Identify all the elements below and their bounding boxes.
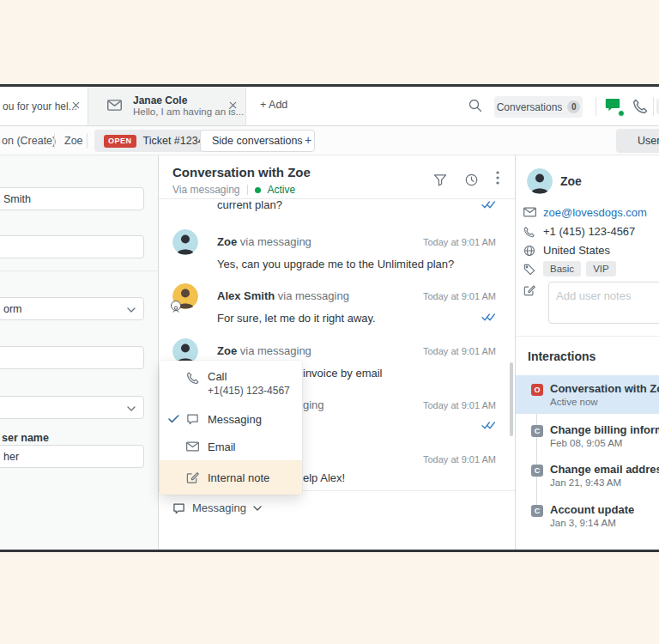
form-user-name-field[interactable] (0, 445, 144, 468)
composer-channel-label: Messaging (192, 501, 246, 514)
top-tab-bar: ou for your hel... Janae Cole Hello, I a… (0, 87, 659, 126)
sender-name: Zoe (217, 235, 237, 248)
interaction-title[interactable]: Change email address (550, 463, 659, 476)
tab-contact-name: Janae Cole (133, 94, 187, 106)
email-icon (107, 100, 122, 111)
tag-basic[interactable]: Basic (543, 261, 581, 276)
composer-channel-selector[interactable]: Messaging (172, 501, 262, 514)
form-select-value: orm (3, 303, 22, 315)
user-email-link[interactable]: zoe@lovesdogs.com (543, 206, 647, 219)
form-name-field[interactable] (0, 187, 144, 210)
add-tab-button[interactable]: + (305, 133, 311, 147)
toolbar-divider (653, 97, 654, 116)
phone-icon (523, 226, 535, 238)
ticket-tab-bar: on (Create) Zoe OPEN Ticket #1234 Side c… (0, 126, 659, 155)
avatar-zoe (172, 229, 198, 255)
menu-call-label: Call (208, 370, 290, 383)
menu-item-call[interactable]: Call +1(415) 123-4567 (160, 366, 302, 405)
internal-note-icon (186, 471, 199, 484)
tab-title: ou for your hel... (3, 100, 77, 112)
email-icon (186, 441, 199, 452)
call-icon[interactable] (632, 98, 649, 114)
message-text: For sure, let me do it right away. (217, 312, 376, 325)
active-status-dot (255, 187, 261, 193)
ticket-label: Ticket #1234 (143, 135, 204, 147)
tab-message-preview: Hello, I am having an is... (133, 106, 244, 117)
close-icon[interactable] (229, 101, 237, 109)
menu-item-email[interactable]: Email (160, 433, 302, 460)
read-receipt-icon (481, 200, 496, 210)
history-icon[interactable] (464, 173, 479, 187)
menu-call-number: +1(415) 123-4567 (208, 385, 290, 397)
conversations-label: Conversations (497, 101, 563, 113)
message-sender-line: Zoe via messaging (217, 344, 311, 357)
interaction-title[interactable]: Conversation with Zoe (550, 382, 659, 395)
phone-icon (186, 371, 200, 385)
interaction-closed-badge: C (531, 505, 543, 517)
messaging-bubble-icon (186, 413, 199, 425)
tag-vip[interactable]: VIP (586, 261, 616, 276)
form-select[interactable]: orm (0, 297, 144, 320)
interaction-subtitle: Jan 21, 9:43 AM (550, 477, 621, 488)
tab-side-conversations[interactable]: Side conversations (200, 130, 315, 152)
menu-item-internal-note[interactable]: Internal note (160, 460, 302, 495)
interaction-closed-badge: C (531, 425, 543, 437)
user-context-panel: Zoe zoe@lovesdogs.com +1 (415) 123-4567 … (515, 155, 659, 550)
form-empty-field[interactable] (0, 346, 144, 369)
search-icon[interactable] (468, 98, 483, 113)
tab-janae-cole[interactable]: Janae Cole Hello, I am having an is... (88, 87, 246, 125)
avatar-zoe (527, 168, 553, 194)
messaging-chat-icon[interactable] (604, 97, 623, 116)
user-country: United States (543, 244, 610, 257)
tab-ticket-1234[interactable]: OPEN Ticket #1234 (94, 130, 214, 152)
user-tags: BasicVIP (543, 261, 621, 276)
conversation-title: Conversation with Zoe (172, 165, 311, 179)
toolbar-divider (596, 97, 596, 116)
message-sender-line-partial: ging (303, 398, 324, 411)
interaction-subtitle: Active now (550, 397, 598, 407)
message-text-partial: elp Alex! (303, 471, 345, 484)
message-timestamp: Today at 9:01 AM (423, 454, 496, 465)
conversation-scrollbar[interactable] (510, 362, 513, 436)
tab-zoe[interactable]: Zoe (64, 135, 83, 147)
screenshot-root: { "topbar": { "tab_prev": { "title": "ou… (0, 0, 659, 644)
menu-item-messaging[interactable]: Messaging (160, 405, 302, 433)
form-empty-field[interactable] (0, 235, 144, 258)
sender-name: Zoe (217, 344, 237, 357)
online-status-dot (618, 110, 625, 117)
form-select[interactable] (0, 396, 144, 419)
kebab-menu-icon[interactable] (496, 171, 499, 188)
tag-icon (523, 264, 535, 276)
menu-email-label: Email (208, 440, 236, 453)
message-text-partial: invoice by email (303, 367, 383, 380)
conversation-header: Conversation with Zoe Via messaging Acti… (159, 155, 515, 199)
user-tab-button[interactable]: User (616, 129, 659, 153)
email-icon (523, 207, 536, 217)
user-name: Zoe (560, 174, 582, 188)
app-window: ou for your hel... Janae Cole Hello, I a… (0, 84, 659, 552)
interaction-title[interactable]: Account update (550, 503, 634, 516)
form-field-label: ser name (2, 432, 49, 444)
add-conversation-button[interactable]: + Add (260, 99, 287, 111)
read-receipt-icon (481, 313, 496, 322)
conversations-button[interactable]: Conversations 0 (494, 96, 583, 118)
conversation-subtitle: Via messaging Active (172, 184, 295, 196)
filter-icon[interactable] (433, 173, 447, 186)
tab-previous-conversation[interactable]: ou for your hel... (0, 87, 88, 125)
message-text: Yes, can you upgrade me to the Unlimited… (217, 258, 454, 270)
conversation-channel: Via messaging (172, 184, 240, 196)
menu-call-text: Call +1(415) 123-4567 (208, 370, 290, 397)
message-timestamp: Today at 9:01 AM (423, 346, 496, 356)
form-divider (0, 270, 159, 271)
panel-divider (516, 336, 659, 337)
tab-divider (87, 133, 88, 149)
globe-icon (523, 245, 535, 257)
interactions-title: Interactions (528, 349, 596, 363)
breadcrumb[interactable]: on (Create) (2, 135, 56, 147)
menu-internal-note-label: Internal note (208, 471, 269, 484)
close-icon[interactable] (72, 101, 80, 109)
interaction-title[interactable]: Change billing information (550, 423, 659, 436)
user-notes-input[interactable] (548, 282, 659, 324)
ticket-status-badge: OPEN (104, 135, 136, 148)
chevron-down-icon (127, 406, 136, 411)
